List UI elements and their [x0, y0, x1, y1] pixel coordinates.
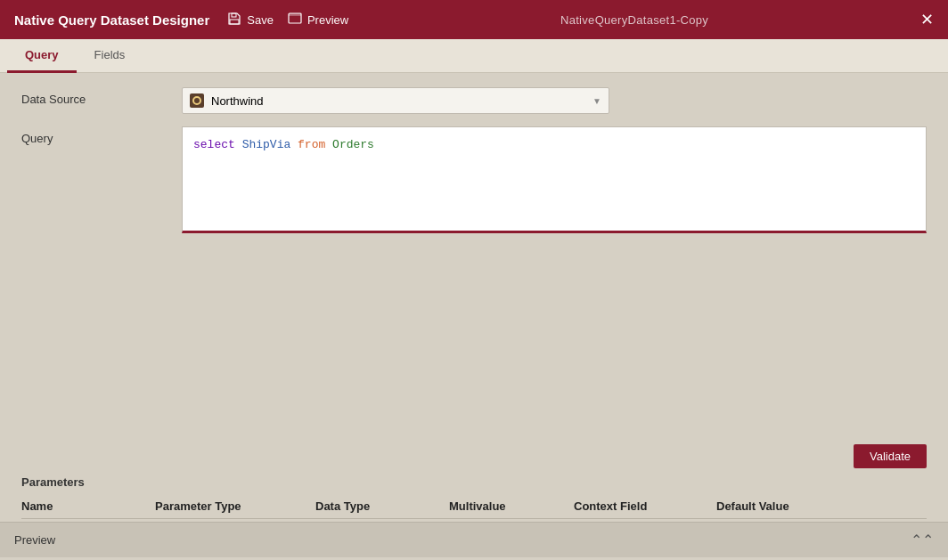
save-label: Save	[247, 13, 274, 27]
preview-footer: Preview ⌃⌃	[0, 522, 948, 557]
close-button[interactable]: ✕	[920, 12, 934, 28]
params-table-header: Name Parameter Type Data Type Multivalue…	[21, 499, 927, 519]
col-default-value: Default Value	[716, 499, 877, 513]
tab-fields[interactable]: Fields	[77, 39, 143, 73]
app-title: Native Query Dataset Designer	[14, 12, 209, 28]
titlebar-left: Native Query Dataset Designer Save	[14, 12, 348, 28]
main-content: Data Source Northwind ▼ Query selec	[0, 73, 948, 557]
query-editor[interactable]: select ShipVia from Orders	[182, 126, 927, 233]
tabs-bar: Query Fields	[0, 39, 948, 73]
db-icon	[190, 93, 204, 108]
sql-select: select	[193, 138, 235, 151]
col-name: Name	[21, 499, 155, 513]
db-icon-inner	[192, 96, 201, 105]
datasource-inner: Northwind	[190, 93, 264, 108]
preview-button[interactable]: Preview	[288, 12, 348, 28]
chevron-up-icon[interactable]: ⌃⌃	[911, 532, 934, 548]
tab-query[interactable]: Query	[7, 39, 77, 73]
titlebar: Native Query Dataset Designer Save	[0, 0, 948, 39]
parameters-title: Parameters	[21, 475, 927, 489]
query-label: Query	[21, 126, 182, 145]
preview-icon	[288, 12, 302, 28]
col-data-type: Data Type	[315, 499, 449, 513]
sql-column: ShipVia	[242, 138, 291, 151]
chevron-down-icon: ▼	[592, 96, 601, 106]
datasource-dropdown[interactable]: Northwind ▼	[182, 87, 609, 114]
datasource-label: Data Source	[21, 87, 182, 106]
validate-button[interactable]: Validate	[854, 444, 927, 468]
preview-footer-label: Preview	[14, 533, 55, 547]
datasource-control: Northwind ▼	[182, 87, 927, 114]
preview-label: Preview	[307, 13, 348, 27]
sql-from: from	[298, 138, 325, 151]
col-param-type: Parameter Type	[155, 499, 315, 513]
save-button[interactable]: Save	[227, 12, 274, 28]
datasource-value: Northwind	[211, 94, 264, 108]
svg-rect-2	[230, 20, 239, 24]
query-control: select ShipVia from Orders	[182, 126, 927, 233]
dataset-name: NativeQueryDataset1-Copy	[560, 13, 708, 27]
form-area: Data Source Northwind ▼ Query selec	[0, 73, 948, 439]
titlebar-actions: Save Preview	[227, 12, 348, 28]
svg-rect-1	[232, 13, 236, 17]
svg-rect-4	[289, 13, 301, 16]
col-context-field: Context Field	[574, 499, 716, 513]
col-multivalue: Multivalue	[449, 499, 574, 513]
save-icon	[227, 12, 241, 28]
query-row: Query select ShipVia from Orders	[21, 126, 927, 233]
datasource-row: Data Source Northwind ▼	[21, 87, 927, 114]
validate-row: Validate	[0, 439, 948, 475]
sql-table: Orders	[332, 138, 374, 151]
